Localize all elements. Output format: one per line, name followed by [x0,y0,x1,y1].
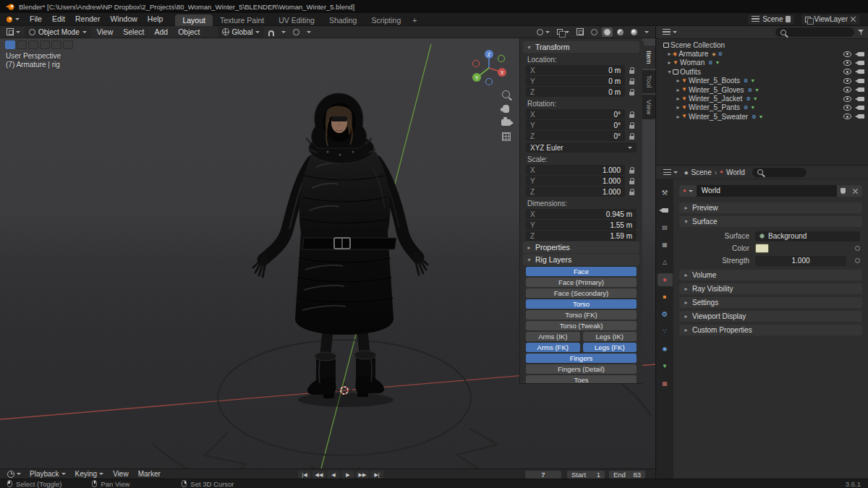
outliner-row-winter-5-gloves[interactable]: ▼ Winter_5_Gloves ⚙ ▼ [656,85,868,94]
toggle-ortho-icon[interactable] [502,132,511,141]
properties-panel-header[interactable]: Properties [523,241,639,253]
hide-in-viewport-toggle[interactable] [843,96,851,102]
browse-world-button[interactable]: ● [679,185,697,197]
tab-world-properties[interactable]: ● [658,273,673,286]
rotation-y-field[interactable]: Y0° [526,120,625,130]
lock-icon[interactable] [629,92,634,95]
disable-in-render-toggle[interactable] [858,106,864,110]
menu-window[interactable]: Window [105,13,142,25]
hide-in-viewport-toggle[interactable] [843,51,851,57]
tab-particles-properties[interactable]: ∵ [658,325,673,338]
viewport-3d[interactable]: User Perspective (7) Armature | rig Z X … [0,38,655,468]
expand-icon[interactable] [666,59,673,66]
transform-panel-header[interactable]: Transform [523,41,639,53]
color-swatch[interactable] [755,244,769,253]
menu-playback[interactable]: Playback [26,470,69,478]
rig-layer-torso-fk[interactable]: Torso (FK) [526,310,637,320]
scale-z-field[interactable]: Z1.000 [526,187,625,197]
tab-layout[interactable]: Layout [175,14,213,26]
strength-slider[interactable]: 1.000 [755,256,846,266]
select-circle-tool-button[interactable] [28,40,38,49]
tab-scripting[interactable]: Scripting [364,14,408,26]
outliner-row-woman[interactable]: ▼ Woman ⚙ ▼ [656,59,868,67]
tab-object-data-properties[interactable]: ▼ [658,360,673,373]
editor-type-button[interactable] [4,468,24,479]
disable-in-render-toggle[interactable] [858,87,864,92]
outliner-row-armature[interactable]: ◈ Armature ◈ ⚙ [656,49,868,58]
tweak-tool-button[interactable] [5,40,15,49]
outliner-search-input[interactable] [775,27,854,37]
breadcrumb-world[interactable]: World [726,168,745,176]
menu-select[interactable]: Select [119,26,148,38]
filter-icon[interactable] [858,29,864,35]
rig-layer-fingers-detail[interactable]: Fingers (Detail) [526,364,637,374]
shading-material-button[interactable] [614,27,626,38]
tab-output-properties[interactable]: ▤ [658,221,673,234]
dimensions-z-field[interactable]: Z1.59 m [526,231,637,241]
surface-panel-header[interactable]: Surface [679,216,862,227]
expand-icon[interactable] [675,77,681,84]
menu-object[interactable]: Object [174,26,204,38]
scale-y-field[interactable]: Y1.000 [526,176,625,186]
lock-icon[interactable] [629,114,634,118]
surface-shader-dropdown[interactable]: Background [755,231,860,241]
menu-edit[interactable]: Edit [47,13,70,25]
shading-rendered-button[interactable] [628,27,640,38]
play-reverse-button[interactable]: ◀ [327,471,340,479]
disable-in-render-toggle[interactable] [858,61,864,65]
camera-view-icon[interactable] [501,119,511,126]
hide-in-viewport-toggle[interactable] [843,87,851,93]
new-scene-icon[interactable] [786,16,791,22]
location-x-field[interactable]: X0 m [526,65,625,75]
rotation-z-field[interactable]: Z0° [526,131,625,141]
xray-toggle[interactable] [574,27,587,38]
blender-app-menu[interactable] [0,13,25,25]
snap-dropdown[interactable] [278,27,289,38]
expand-icon[interactable] [675,114,681,120]
rig-layer-torso[interactable]: Torso [526,299,637,309]
rig-layer-fingers[interactable]: Fingers [526,354,637,363]
lock-icon[interactable] [629,181,634,184]
tab-shading[interactable]: Shading [322,14,365,26]
lock-icon[interactable] [629,70,634,74]
disable-in-render-toggle[interactable] [858,69,864,74]
outliner-row-scene-collection[interactable]: Scene Collection [656,40,868,49]
menu-marker[interactable]: Marker [135,470,164,478]
lock-icon[interactable] [629,192,634,195]
scale-x-field[interactable]: X1.000 [526,165,625,175]
tab-item[interactable]: Item [642,46,655,69]
dimensions-y-field[interactable]: Y1.55 m [526,220,637,230]
tab-modifier-properties[interactable]: ⚙ [658,308,673,321]
animate-dot-icon[interactable] [855,246,860,251]
hide-in-viewport-toggle[interactable] [843,114,851,119]
mode-dropdown[interactable]: Object Mode [25,27,91,38]
outliner-row-winter-5-pants[interactable]: ▼ Winter_5_Pants ⚙ ▼ [656,103,868,112]
rotation-mode-dropdown[interactable]: XYZ Euler [526,142,637,153]
jump-to-start-button[interactable]: |◀ [298,471,311,479]
lock-icon[interactable] [629,170,634,174]
tab-uv-editing[interactable]: UV Editing [271,14,322,26]
pan-hand-icon[interactable] [503,105,509,113]
location-z-field[interactable]: Z0 m [526,87,625,97]
shading-dropdown[interactable] [642,27,652,38]
expand-icon[interactable] [675,104,681,111]
fake-user-button[interactable] [837,185,849,197]
frame-end-field[interactable]: End 83 [609,471,645,479]
cursor-tool-button[interactable] [51,40,61,49]
rig-layer-legs-fk[interactable]: Legs (FK) [583,343,637,352]
editor-type-button[interactable] [660,167,681,178]
disable-in-render-toggle[interactable] [858,97,864,101]
gizmos-dropdown[interactable] [534,27,553,38]
settings-panel-header[interactable]: Settings [679,297,862,308]
select-box-tool-button[interactable] [17,40,27,49]
menu-view[interactable]: View [109,470,132,478]
frame-start-field[interactable]: Start 1 [567,471,605,479]
outliner-row-outfits[interactable]: Outfits [656,67,868,76]
proportional-edit-toggle[interactable] [290,27,302,38]
transform-tool-button[interactable] [63,40,73,49]
proportional-edit-dropdown[interactable] [304,27,314,38]
editor-type-button[interactable] [660,27,680,38]
animate-dot-icon[interactable] [855,258,860,263]
outliner-row-winter-5-jacket[interactable]: ▼ Winter_5_Jacket ⚙ ▼ [656,94,868,103]
custom-properties-panel-header[interactable]: Custom Properties [679,325,862,335]
